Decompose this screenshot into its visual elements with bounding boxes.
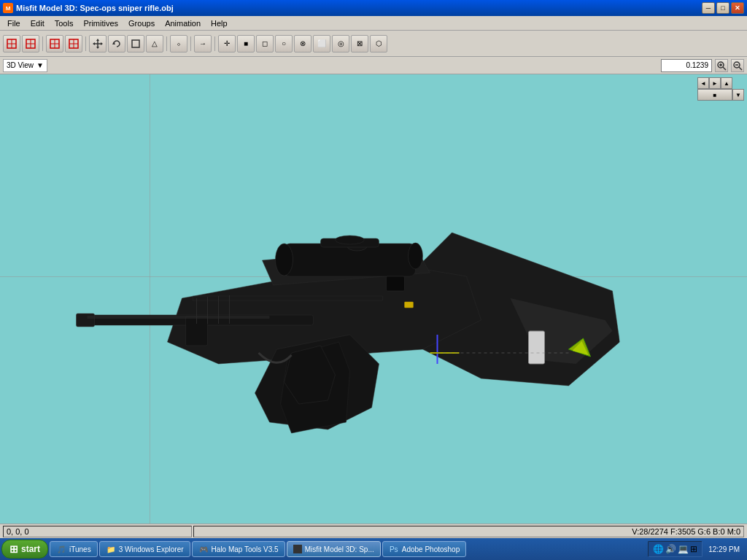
tool-move[interactable] — [89, 35, 107, 52]
tool-tool11[interactable]: ⊠ — [351, 35, 368, 52]
taskbar-halo[interactable]: 🎮 Halo Map Tools V3.5 — [192, 541, 285, 557]
taskbar: ⊞ start 🎵 iTunes 📁 3 Windows Explorer 🎮 … — [0, 538, 747, 560]
tool-scale-box[interactable] — [127, 35, 144, 52]
tool-select-red2[interactable] — [22, 35, 39, 52]
menu-item-primitives[interactable]: Primitives — [79, 18, 123, 28]
svg-marker-14 — [96, 39, 99, 41]
nav-right-button[interactable]: ► — [709, 77, 721, 89]
title-bar: M Misfit Model 3D: Spec-ops sniper rifle… — [0, 0, 747, 16]
clock: 12:29 PM — [705, 545, 743, 553]
toolbar-separator — [214, 36, 215, 51]
view-bar-left: 3D View ▼ — [3, 59, 47, 72]
nav-down-button[interactable]: ▼ — [732, 89, 744, 101]
itunes-icon: 🎵 — [56, 544, 66, 554]
svg-rect-53 — [405, 302, 414, 308]
tray-network-icon[interactable]: 🌐 — [653, 544, 664, 554]
tool-tool4[interactable]: ✛ — [218, 35, 236, 52]
menu-item-animation[interactable]: Animation — [160, 18, 205, 28]
menu-bar: FileEditToolsPrimitivesGroupsAnimationHe… — [0, 16, 747, 31]
misfit-icon — [293, 545, 302, 553]
svg-point-52 — [336, 236, 365, 244]
title-bar-controls: ─ □ ✕ — [702, 2, 744, 14]
tool-select-red1[interactable] — [3, 35, 20, 52]
minimize-button[interactable]: ─ — [702, 2, 715, 14]
svg-point-35 — [276, 244, 293, 276]
status-coords: 0, 0, 0 — [3, 526, 192, 537]
nav-up-button[interactable]: ▲ — [721, 77, 732, 89]
zoom-out-button[interactable] — [731, 59, 744, 72]
tray-extra[interactable]: ⊞ — [690, 544, 697, 554]
tool-tool10[interactable]: ◎ — [332, 35, 349, 52]
menu-item-edit[interactable]: Edit — [26, 18, 49, 28]
taskbar-right: 🌐 🔊 💻 ⊞ 12:29 PM — [648, 541, 746, 557]
window-title: Misfit Model 3D: Spec-ops sniper rifle.o… — [16, 4, 174, 12]
tool-tool8[interactable]: ⊗ — [294, 35, 311, 52]
toolbar-separator — [166, 36, 167, 51]
svg-point-36 — [409, 243, 423, 269]
tray-volume-icon[interactable]: 🔊 — [665, 544, 676, 554]
tool-rotate[interactable] — [108, 35, 125, 52]
photoshop-icon: Ps — [389, 544, 399, 554]
toolbar-separator — [42, 36, 43, 51]
tool-tool12[interactable]: ⬡ — [370, 35, 387, 52]
tool-tool7[interactable]: ○ — [275, 35, 293, 52]
toolbar: △⬦→✛■◻○⊗⬜◎⊠⬡ — [0, 31, 747, 57]
svg-marker-16 — [93, 42, 95, 45]
svg-line-25 — [739, 67, 742, 70]
taskbar-photoshop[interactable]: Ps Adobe Photoshop — [382, 541, 467, 557]
svg-line-21 — [723, 67, 726, 70]
start-button[interactable]: ⊞ start — [1, 540, 48, 559]
svg-rect-32 — [77, 314, 95, 327]
taskbar-misfit[interactable]: Misfit Model 3D: Sp... — [287, 541, 381, 557]
nav-center-button[interactable]: ■ — [697, 89, 732, 101]
tray-monitor-icon[interactable]: 💻 — [678, 544, 689, 554]
viewport[interactable]: ◄ ► ▲ ■ ▼ — [0, 74, 747, 524]
svg-rect-41 — [193, 296, 383, 300]
title-bar-left: M Misfit Model 3D: Spec-ops sniper rifle… — [3, 3, 174, 13]
tool-tool9[interactable]: ⬜ — [313, 35, 330, 52]
explorer-icon: 📁 — [106, 544, 116, 554]
view-dropdown-icon: ▼ — [36, 61, 44, 69]
view-select[interactable]: 3D View ▼ — [3, 59, 47, 72]
svg-rect-51 — [387, 276, 405, 291]
halo-icon: 🎮 — [198, 544, 209, 554]
nav-left-button[interactable]: ◄ — [697, 77, 709, 89]
status-bar: 0, 0, 0 V:28/2274 F:3505 G:6 B:0 M:0 — [0, 524, 747, 538]
rifle-svg — [73, 174, 620, 451]
toolbar-separator — [85, 36, 86, 51]
view-bar-right — [661, 59, 744, 72]
view-bar: 3D View ▼ — [0, 57, 747, 74]
model-container — [73, 174, 620, 451]
svg-rect-43 — [529, 331, 545, 364]
svg-marker-17 — [101, 42, 103, 45]
tool-tool3[interactable]: → — [194, 35, 212, 52]
app-icon: M — [3, 3, 13, 13]
maximize-button[interactable]: □ — [716, 2, 729, 14]
tool-select-red3[interactable] — [46, 35, 63, 52]
view-label: 3D View — [7, 61, 34, 69]
svg-marker-15 — [96, 47, 99, 49]
menu-item-file[interactable]: File — [3, 18, 25, 28]
taskbar-explorer[interactable]: 📁 3 Windows Explorer — [99, 541, 190, 557]
svg-rect-19 — [132, 40, 139, 47]
menu-item-groups[interactable]: Groups — [124, 18, 159, 28]
taskbar-itunes[interactable]: 🎵 iTunes — [50, 541, 98, 557]
tool-tool1[interactable]: △ — [146, 35, 163, 52]
menu-item-help[interactable]: Help — [206, 18, 232, 28]
close-button[interactable]: ✕ — [731, 2, 744, 14]
zoom-input[interactable] — [661, 59, 712, 72]
tool-tool2[interactable]: ⬦ — [170, 35, 187, 52]
toolbar-separator — [190, 36, 191, 51]
menu-item-tools[interactable]: Tools — [50, 18, 78, 28]
tool-tool5[interactable]: ■ — [237, 35, 255, 52]
zoom-in-button[interactable] — [715, 59, 728, 72]
nav-buttons: ◄ ► ▲ ■ ▼ — [697, 77, 744, 101]
status-info: V:28/2274 F:3505 G:6 B:0 M:0 — [193, 526, 745, 537]
svg-rect-46 — [88, 316, 270, 319]
tool-select-orange[interactable] — [65, 35, 82, 52]
system-tray: 🌐 🔊 💻 ⊞ — [648, 541, 703, 557]
tool-tool6[interactable]: ◻ — [256, 35, 274, 52]
